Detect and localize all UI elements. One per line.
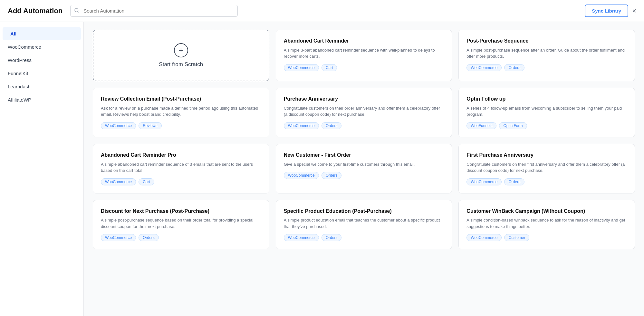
sidebar-item-all[interactable]: All xyxy=(3,27,81,40)
card-tags: WooCommerceOrders xyxy=(284,172,444,179)
tag: WooCommerce xyxy=(101,122,136,129)
automation-grid: + Start from Scratch Abandoned Cart Remi… xyxy=(93,30,635,249)
automation-card-discount-next-purchase[interactable]: Discount for Next Purchase (Post-Purchas… xyxy=(93,200,269,250)
sidebar-item-affiliatewp[interactable]: AffiliateWP xyxy=(0,93,83,106)
card-title: Discount for Next Purchase (Post-Purchas… xyxy=(101,208,261,215)
start-from-scratch-card[interactable]: + Start from Scratch xyxy=(93,30,269,81)
card-desc: A simple post-purchase sequence after an… xyxy=(466,47,627,60)
card-title: First Purchase Anniversary xyxy=(466,152,627,159)
tag: Orders xyxy=(322,234,342,241)
tag: Cart xyxy=(322,64,337,71)
tag: Orders xyxy=(322,122,342,129)
card-title: Specific Product Education (Post-Purchas… xyxy=(284,208,444,215)
automation-card-post-purchase-sequence[interactable]: Post-Purchase Sequence A simple post-pur… xyxy=(458,30,635,81)
sync-library-button[interactable]: Sync Library xyxy=(585,5,628,17)
tag: WooCommerce xyxy=(466,64,502,71)
tag: WooFunnels xyxy=(466,122,496,129)
automation-card-new-customer-first-order[interactable]: New Customer - First Order Give a specia… xyxy=(276,144,452,193)
card-title: Post-Purchase Sequence xyxy=(466,38,627,44)
card-tags: WooCommerceCart xyxy=(284,64,444,71)
tag: Orders xyxy=(139,234,159,241)
card-desc: A simple 3-part abandoned cart reminder … xyxy=(284,47,444,60)
card-desc: A simple abandoned cart reminder sequenc… xyxy=(101,161,261,174)
tag: WooCommerce xyxy=(101,234,136,241)
page-title: Add Automation xyxy=(8,7,62,15)
card-desc: Ask for a review on a purchase made a de… xyxy=(101,105,261,118)
search-wrapper xyxy=(70,5,238,17)
close-button[interactable]: × xyxy=(632,7,636,15)
layout: AllWooCommerceWordPressFunnelKitLearndas… xyxy=(0,22,644,316)
header-actions: Sync Library × xyxy=(585,5,636,17)
tag: WooCommerce xyxy=(466,178,502,185)
card-desc: A simple post-purchase sequence based on… xyxy=(101,217,261,230)
tag: Customer xyxy=(504,234,529,241)
card-title: Review Collection Email (Post-Purchase) xyxy=(101,96,261,103)
card-tags: WooCommerceOrders xyxy=(284,122,444,129)
automation-card-first-purchase-anniversary[interactable]: First Purchase Anniversary Congratulate … xyxy=(458,144,635,193)
automation-card-specific-product-education[interactable]: Specific Product Education (Post-Purchas… xyxy=(276,200,452,250)
card-tags: WooCommerceOrders xyxy=(466,64,627,71)
tag: WooCommerce xyxy=(284,122,319,129)
search-icon xyxy=(74,8,79,14)
card-tags: WooCommerceOrders xyxy=(284,234,444,241)
card-title: Optin Follow up xyxy=(466,96,627,103)
plus-icon: + xyxy=(174,43,188,57)
card-title: New Customer - First Order xyxy=(284,152,444,159)
tag: WooCommerce xyxy=(101,178,136,185)
card-desc: A simple product education email that te… xyxy=(284,217,444,230)
card-desc: A series of 4 follow-up emails from welc… xyxy=(466,105,627,118)
sidebar-item-learndash[interactable]: Learndash xyxy=(0,80,83,93)
tag: Optin Form xyxy=(499,122,527,129)
card-tags: WooFunnelsOptin Form xyxy=(466,122,627,129)
scratch-label: Start from Scratch xyxy=(159,61,203,68)
card-title: Customer WinBack Campaign (Without Coupo… xyxy=(466,208,627,215)
tag: WooCommerce xyxy=(284,234,319,241)
card-title: Abandoned Cart Reminder xyxy=(284,38,444,44)
sidebar-item-wordpress[interactable]: WordPress xyxy=(0,54,83,67)
tag: Orders xyxy=(322,172,342,179)
search-input[interactable] xyxy=(70,5,238,17)
card-desc: Give a special welcome to your first-tim… xyxy=(284,161,444,168)
tag: Orders xyxy=(504,178,524,185)
svg-line-1 xyxy=(78,11,79,12)
tag: Orders xyxy=(504,64,524,71)
card-tags: WooCommerceCustomer xyxy=(466,234,627,241)
header: Add Automation Sync Library × xyxy=(0,0,644,22)
automation-card-abandoned-cart-reminder-pro[interactable]: Abandoned Cart Reminder Pro A simple aba… xyxy=(93,144,269,193)
card-desc: Congratulate customers on their order an… xyxy=(284,105,444,118)
card-tags: WooCommerceCart xyxy=(101,178,261,185)
card-tags: WooCommerceOrders xyxy=(466,178,627,185)
automation-card-optin-follow-up[interactable]: Optin Follow up A series of 4 follow-up … xyxy=(458,88,635,137)
sidebar-item-woocommerce[interactable]: WooCommerce xyxy=(0,40,83,54)
automation-card-purchase-anniversary[interactable]: Purchase Anniversary Congratulate custom… xyxy=(276,88,452,137)
sidebar: AllWooCommerceWordPressFunnelKitLearndas… xyxy=(0,22,84,316)
card-title: Abandoned Cart Reminder Pro xyxy=(101,152,261,159)
tag: WooCommerce xyxy=(284,172,319,179)
tag: Reviews xyxy=(139,122,161,129)
card-desc: A simple condition-based winback sequenc… xyxy=(466,217,627,230)
card-desc: Congratulate customers on their first an… xyxy=(466,161,627,174)
automation-card-abandoned-cart-reminder[interactable]: Abandoned Cart Reminder A simple 3-part … xyxy=(276,30,452,81)
automation-card-review-collection-email[interactable]: Review Collection Email (Post-Purchase) … xyxy=(93,88,269,137)
tag: WooCommerce xyxy=(466,234,502,241)
card-tags: WooCommerceOrders xyxy=(101,234,261,241)
automation-card-customer-winback[interactable]: Customer WinBack Campaign (Without Coupo… xyxy=(458,200,635,250)
tag: Cart xyxy=(139,178,154,185)
sidebar-item-funnelkit[interactable]: FunnelKit xyxy=(0,67,83,80)
card-title: Purchase Anniversary xyxy=(284,96,444,103)
main-content: + Start from Scratch Abandoned Cart Remi… xyxy=(84,22,644,316)
tag: WooCommerce xyxy=(284,64,319,71)
card-tags: WooCommerceReviews xyxy=(101,122,261,129)
